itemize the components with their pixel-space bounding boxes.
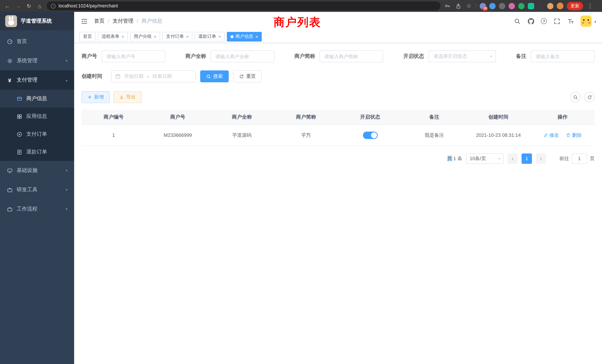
- extension-icon[interactable]: [528, 3, 534, 9]
- form-item-merchant-short: 商户简称: [294, 50, 383, 62]
- search-button[interactable]: 搜索: [200, 70, 229, 82]
- sidebar-item-devtools[interactable]: 研发工具: [0, 180, 74, 199]
- status-select[interactable]: 请选择开启状态: [429, 50, 496, 62]
- status-toggle[interactable]: [363, 131, 377, 139]
- sidebar-item-merchant-info[interactable]: 商户信息: [0, 90, 74, 107]
- sidebar-item-infra[interactable]: 基础设施: [0, 161, 74, 180]
- close-icon[interactable]: [122, 34, 124, 39]
- next-page-button[interactable]: [536, 153, 546, 164]
- merchant-no-input[interactable]: [102, 50, 165, 62]
- extension-icon[interactable]: [547, 3, 553, 9]
- chevron-down-icon: [66, 59, 67, 63]
- sidebar-item-system[interactable]: 系统管理: [0, 51, 74, 70]
- briefcase-icon: [7, 206, 13, 212]
- close-icon[interactable]: [186, 34, 189, 39]
- font-size-icon[interactable]: [567, 17, 574, 25]
- merchant-short-input[interactable]: [320, 50, 383, 62]
- monitor-icon: [7, 168, 13, 173]
- tab-pay-order[interactable]: 支付订单: [162, 32, 192, 41]
- close-icon[interactable]: [154, 34, 156, 39]
- page-number-button[interactable]: 1: [522, 153, 532, 164]
- breadcrumb-separator: [137, 18, 138, 24]
- browser-forward-icon[interactable]: [14, 2, 22, 10]
- form-item-status: 开启状态 请选择开启状态: [403, 50, 496, 62]
- edit-link-label: 修改: [549, 132, 559, 139]
- browser-home-icon[interactable]: [36, 2, 43, 10]
- browser-toolbar: localhost:1024/pay/merchant 10 更新: [0, 0, 602, 12]
- sidebar-item-pay-order[interactable]: 支付订单: [0, 125, 74, 143]
- github-icon[interactable]: [527, 17, 535, 25]
- edit-link[interactable]: 修改: [543, 132, 559, 139]
- chevron-up-icon: [66, 78, 67, 82]
- password-key-icon[interactable]: [444, 2, 451, 10]
- tab-label: 首页: [83, 33, 92, 40]
- tags-view: 首页 流程表单 用户分组 支付订单 退款订单: [74, 30, 602, 43]
- screen: localhost:1024/pay/merchant 10 更新 芋道管理系统: [0, 0, 602, 364]
- avatar-caret-icon[interactable]: [594, 20, 596, 24]
- reset-button[interactable]: 重置: [233, 70, 262, 82]
- add-button[interactable]: 新增: [82, 91, 110, 103]
- bookmark-star-icon[interactable]: [465, 2, 473, 10]
- share-icon[interactable]: [454, 2, 462, 10]
- yen-icon: [7, 77, 13, 83]
- date-range-picker[interactable]: 开始日期 - 结束日期: [111, 70, 196, 82]
- sidebar-item-home[interactable]: 首页: [0, 32, 74, 51]
- breadcrumb-pay[interactable]: 支付管理: [113, 18, 133, 24]
- breadcrumb-separator: [108, 18, 109, 24]
- export-button[interactable]: 导出: [113, 91, 142, 103]
- grid-icon: [16, 113, 22, 119]
- app-logo[interactable]: 芋道管理系统: [0, 12, 74, 30]
- toggle-search-button[interactable]: [570, 92, 580, 102]
- column-header: 备注: [402, 110, 466, 125]
- page-content: 商户号 商户全称 商户简称 开启状态 请选择开启状态: [74, 43, 602, 364]
- pagination-goto: 前往 页: [559, 153, 595, 164]
- browser-update-button[interactable]: 更新: [567, 2, 583, 10]
- help-icon[interactable]: [541, 18, 547, 24]
- tab-label: 支付订单: [166, 33, 184, 40]
- sidebar-item-refund-order[interactable]: 退款订单: [0, 143, 74, 161]
- delete-link[interactable]: 删除: [566, 132, 582, 139]
- fullscreen-icon[interactable]: [553, 17, 561, 25]
- url-text: localhost:1024/pay/merchant: [59, 3, 118, 9]
- close-icon[interactable]: [218, 34, 221, 39]
- close-icon[interactable]: [255, 34, 258, 39]
- merchant-name-input[interactable]: [211, 50, 274, 62]
- chevron-down-icon: [498, 157, 500, 160]
- breadcrumb-home[interactable]: 首页: [94, 18, 105, 24]
- page-size-select[interactable]: 10条/页: [466, 153, 504, 164]
- browser-profile-avatar[interactable]: [557, 3, 563, 9]
- goto-page-input[interactable]: [572, 153, 587, 164]
- start-date-placeholder: 开始日期: [124, 73, 143, 80]
- user-avatar[interactable]: [581, 16, 592, 27]
- extension-icon[interactable]: 10: [480, 3, 486, 9]
- search-icon[interactable]: [514, 17, 521, 25]
- extension-icon[interactable]: [489, 3, 496, 9]
- table-settings: [570, 92, 595, 102]
- extension-icon[interactable]: [538, 3, 544, 9]
- browser-reload-icon[interactable]: [25, 2, 33, 10]
- sidebar-item-app-info[interactable]: 应用信息: [0, 107, 74, 125]
- goto-label: 前往: [559, 155, 569, 162]
- tab-user-group[interactable]: 用户分组: [130, 32, 160, 41]
- refresh-button[interactable]: [584, 92, 595, 102]
- browser-menu-icon[interactable]: [586, 2, 594, 10]
- browser-back-icon[interactable]: [4, 2, 11, 10]
- field-label: 创建时间: [82, 73, 102, 80]
- column-header: 商户号: [146, 110, 210, 125]
- sidebar-toggle-icon[interactable]: [80, 17, 88, 25]
- site-info-icon[interactable]: [51, 3, 56, 8]
- tab-home[interactable]: 首页: [79, 32, 96, 41]
- sidebar-item-workflow[interactable]: 工作流程: [0, 199, 74, 219]
- prev-page-button[interactable]: [507, 153, 518, 164]
- remark-input[interactable]: [531, 50, 595, 62]
- tab-refund-order[interactable]: 退款订单: [195, 32, 225, 41]
- cell-merchant-no: M233666999: [146, 125, 210, 146]
- tab-merchant-info[interactable]: 商户信息: [227, 32, 262, 41]
- url-bar[interactable]: localhost:1024/pay/merchant: [47, 1, 440, 10]
- gear-icon: [7, 58, 13, 64]
- extension-icon[interactable]: [518, 3, 525, 9]
- extension-icon[interactable]: [509, 3, 515, 9]
- tab-process-form[interactable]: 流程表单: [98, 32, 128, 41]
- sidebar-item-pay[interactable]: 支付管理: [0, 70, 74, 90]
- extension-icon[interactable]: [499, 3, 505, 9]
